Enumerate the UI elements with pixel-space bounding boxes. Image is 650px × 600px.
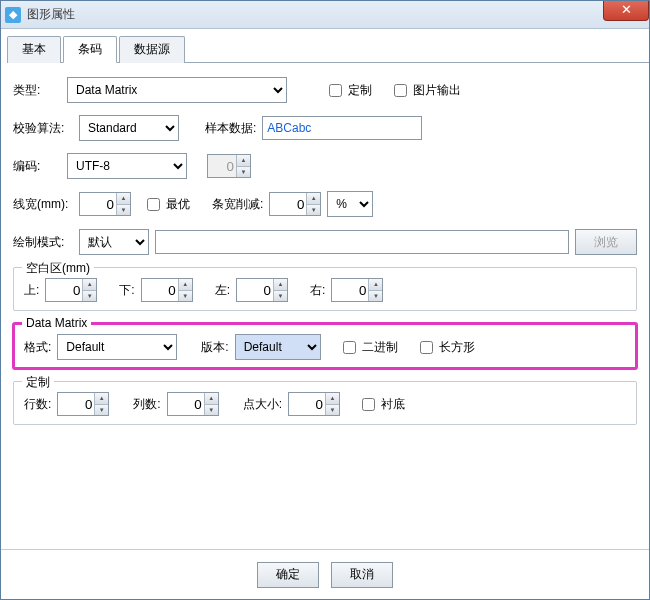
dm-format-label: 格式: bbox=[24, 339, 51, 356]
spinner-up-icon: ▲ bbox=[237, 155, 250, 167]
tab-content: 类型: Data Matrix 定制 图片输出 校验算法: Standard 样… bbox=[1, 63, 649, 549]
drawmode-select[interactable]: 默认 bbox=[79, 229, 149, 255]
cols-label: 列数: bbox=[133, 396, 160, 413]
data-matrix-fieldset: Data Matrix 格式: Default 版本: Default 二进制 … bbox=[13, 323, 637, 369]
margin-right-label: 右: bbox=[310, 282, 325, 299]
dialog-footer: 确定 取消 bbox=[1, 549, 649, 599]
linewidth-label: 线宽(mm): bbox=[13, 196, 73, 213]
dm-version-label: 版本: bbox=[201, 339, 228, 356]
spinner-up-icon[interactable]: ▲ bbox=[117, 193, 130, 205]
sample-data-label: 样本数据: bbox=[205, 120, 256, 137]
ok-button[interactable]: 确定 bbox=[257, 562, 319, 588]
liner-checkbox[interactable]: 衬底 bbox=[358, 395, 405, 414]
bar-reduce-unit[interactable]: % bbox=[327, 191, 373, 217]
optimal-checkbox[interactable]: 最优 bbox=[143, 195, 190, 214]
spinner-down-icon[interactable]: ▼ bbox=[117, 205, 130, 216]
type-label: 类型: bbox=[13, 82, 61, 99]
check-algo-select[interactable]: Standard bbox=[79, 115, 179, 141]
margin-top-spinner[interactable]: ▲▼ bbox=[45, 278, 97, 302]
margin-left-label: 左: bbox=[215, 282, 230, 299]
custom-fieldset: 定制 行数: ▲▼ 列数: ▲▼ 点大小: ▲▼ bbox=[13, 381, 637, 425]
cols-spinner[interactable]: ▲▼ bbox=[167, 392, 219, 416]
dot-spinner[interactable]: ▲▼ bbox=[288, 392, 340, 416]
bar-reduce-label: 条宽削减: bbox=[212, 196, 263, 213]
tab-bar: 基本 条码 数据源 bbox=[7, 35, 649, 63]
tab-barcode[interactable]: 条码 bbox=[63, 36, 117, 63]
margin-bottom-spinner[interactable]: ▲▼ bbox=[141, 278, 193, 302]
dm-rect-checkbox[interactable]: 长方形 bbox=[416, 338, 475, 357]
linewidth-spinner[interactable]: ▲▼ bbox=[79, 192, 131, 216]
app-icon: ◆ bbox=[5, 7, 21, 23]
tab-datasource[interactable]: 数据源 bbox=[119, 36, 185, 63]
sample-data-input[interactable] bbox=[262, 116, 422, 140]
margin-top-label: 上: bbox=[24, 282, 39, 299]
dm-binary-checkbox[interactable]: 二进制 bbox=[339, 338, 398, 357]
encoding-label: 编码: bbox=[13, 158, 61, 175]
dm-format-select[interactable]: Default bbox=[57, 334, 177, 360]
type-select[interactable]: Data Matrix bbox=[67, 77, 287, 103]
drawmode-path bbox=[155, 230, 569, 254]
titlebar: ◆ 图形属性 ✕ bbox=[1, 1, 649, 29]
browse-button: 浏览 bbox=[575, 229, 637, 255]
margin-right-spinner[interactable]: ▲▼ bbox=[331, 278, 383, 302]
spinner-up-icon[interactable]: ▲ bbox=[307, 193, 320, 205]
image-output-checkbox[interactable]: 图片输出 bbox=[390, 81, 461, 100]
rows-label: 行数: bbox=[24, 396, 51, 413]
encoding-extra-spinner: ▲▼ bbox=[207, 154, 251, 178]
margin-legend: 空白区(mm) bbox=[22, 260, 94, 277]
close-icon: ✕ bbox=[621, 2, 632, 17]
dialog-window: ◆ 图形属性 ✕ 基本 条码 数据源 类型: Data Matrix 定制 图片… bbox=[0, 0, 650, 600]
margin-left-spinner[interactable]: ▲▼ bbox=[236, 278, 288, 302]
dm-legend: Data Matrix bbox=[22, 316, 91, 330]
encoding-select[interactable]: UTF-8 bbox=[67, 153, 187, 179]
window-title: 图形属性 bbox=[27, 6, 75, 23]
close-button[interactable]: ✕ bbox=[603, 1, 649, 21]
check-algo-label: 校验算法: bbox=[13, 120, 73, 137]
custom-checkbox[interactable]: 定制 bbox=[325, 81, 372, 100]
dot-label: 点大小: bbox=[243, 396, 282, 413]
custom-legend: 定制 bbox=[22, 374, 54, 391]
margin-fieldset: 空白区(mm) 上: ▲▼ 下: ▲▼ 左: ▲▼ bbox=[13, 267, 637, 311]
rows-spinner[interactable]: ▲▼ bbox=[57, 392, 109, 416]
bar-reduce-spinner[interactable]: ▲▼ bbox=[269, 192, 321, 216]
spinner-down-icon[interactable]: ▼ bbox=[307, 205, 320, 216]
spinner-down-icon: ▼ bbox=[237, 167, 250, 178]
cancel-button[interactable]: 取消 bbox=[331, 562, 393, 588]
margin-bottom-label: 下: bbox=[119, 282, 134, 299]
tab-basic[interactable]: 基本 bbox=[7, 36, 61, 63]
drawmode-label: 绘制模式: bbox=[13, 234, 73, 251]
dm-version-select[interactable]: Default bbox=[235, 334, 321, 360]
